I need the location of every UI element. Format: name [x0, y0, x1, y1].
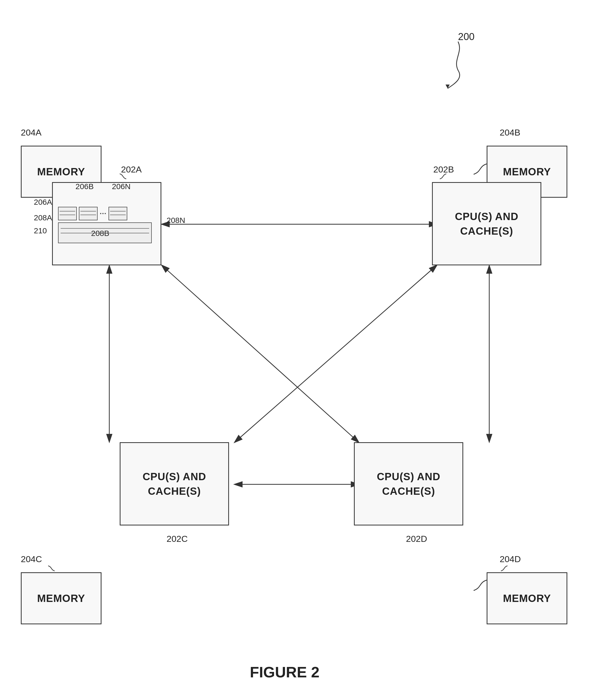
memory-C-box: MEMORY	[21, 572, 101, 624]
ref-206N: 206N	[112, 182, 131, 191]
ref-208B: 208B	[91, 229, 109, 238]
ref-202B-label: 202B	[433, 164, 454, 175]
cpu-C-box: CPU(S) AND CACHE(S)	[120, 442, 229, 525]
ref-208A: 208A	[34, 213, 52, 222]
ref-204D-label: 204D	[500, 554, 521, 564]
ref-210: 210	[34, 226, 47, 235]
ref-206A: 206A	[34, 198, 52, 207]
ref-208N: 208N	[166, 216, 185, 225]
memory-D-box: MEMORY	[487, 572, 567, 624]
ref-204C-label: 204C	[21, 554, 42, 564]
ref-200: 200	[458, 31, 475, 43]
cpu-B-box: CPU(S) AND CACHE(S)	[432, 182, 541, 265]
ref-204A-label: 204A	[21, 128, 42, 137]
figure-caption: FIGURE 2	[250, 663, 320, 681]
ref-202A-label: 202A	[121, 164, 142, 175]
ref-202C-label: 202C	[166, 534, 188, 544]
ref-202D-label: 202D	[406, 534, 427, 544]
ref-204B-label: 204B	[500, 128, 520, 137]
ref-206B: 206B	[76, 182, 94, 191]
diagram-container: 200 204A MEMORY 204B MEMORY 202A ···	[0, 0, 610, 700]
svg-marker-4	[446, 84, 450, 88]
cpu-A-box: ···	[52, 182, 161, 265]
svg-line-9	[162, 265, 358, 442]
cpu-D-box: CPU(S) AND CACHE(S)	[354, 442, 463, 525]
svg-line-10	[235, 265, 437, 442]
